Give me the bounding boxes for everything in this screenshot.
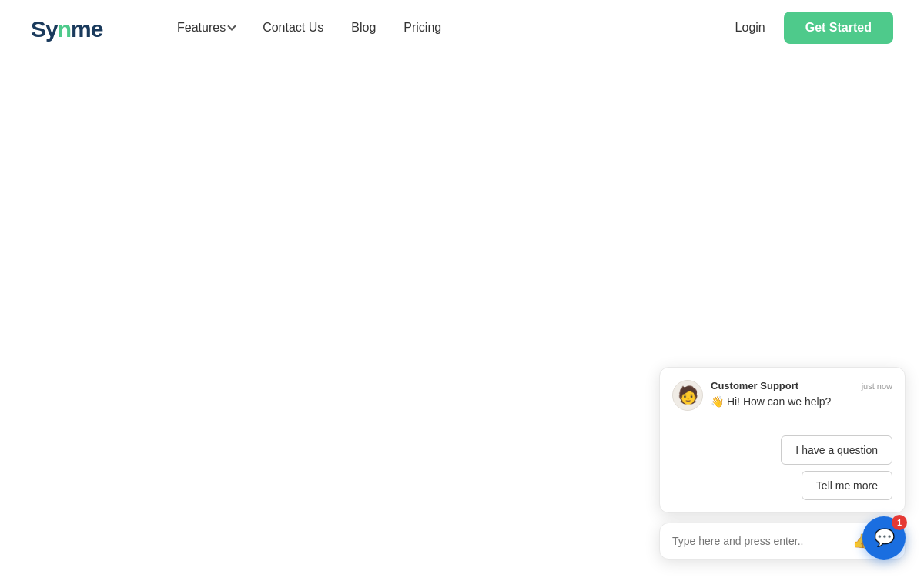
- chat-action-question[interactable]: I have a question: [781, 435, 892, 465]
- agent-name: Customer Support: [711, 380, 798, 391]
- chat-fab-button[interactable]: 💬 1: [862, 516, 906, 560]
- chat-input[interactable]: [672, 535, 845, 547]
- message-time: just now: [862, 381, 892, 391]
- chat-fab-icon: 💬: [874, 528, 895, 548]
- nav-features[interactable]: Features: [177, 21, 235, 35]
- nav-right: Login Get Started: [735, 12, 893, 44]
- chat-action-more[interactable]: Tell me more: [802, 471, 892, 500]
- chat-message-row: 🧑 Customer Support just now 👋 Hi! How ca…: [672, 380, 892, 411]
- message-header: Customer Support just now: [711, 380, 892, 391]
- chevron-down-icon: [227, 22, 236, 30]
- agent-avatar: 🧑: [672, 380, 703, 411]
- chat-bubble-container: 🧑 Customer Support just now 👋 Hi! How ca…: [659, 367, 906, 513]
- agent-emoji: 🧑: [678, 385, 698, 405]
- chat-actions: I have a question Tell me more: [660, 435, 905, 512]
- nav-links: Features Contact Us Blog Pricing: [177, 21, 735, 35]
- message-content: Customer Support just now 👋 Hi! How can …: [711, 380, 892, 410]
- nav-blog[interactable]: Blog: [351, 21, 376, 35]
- svg-text:Synme: Synme: [31, 16, 103, 42]
- main-content: 🧑 Customer Support just now 👋 Hi! How ca…: [0, 55, 924, 578]
- logo[interactable]: Synme: [31, 12, 131, 43]
- nav-contact[interactable]: Contact Us: [263, 21, 323, 35]
- chat-fab-badge: 1: [892, 515, 907, 530]
- chat-message-area: 🧑 Customer Support just now 👋 Hi! How ca…: [660, 368, 905, 435]
- get-started-button[interactable]: Get Started: [784, 12, 893, 44]
- login-button[interactable]: Login: [735, 21, 765, 35]
- message-text: 👋 Hi! How can we help?: [711, 395, 892, 410]
- navbar: Synme Features Contact Us Blog Pricing L…: [0, 0, 924, 55]
- nav-pricing[interactable]: Pricing: [403, 21, 441, 35]
